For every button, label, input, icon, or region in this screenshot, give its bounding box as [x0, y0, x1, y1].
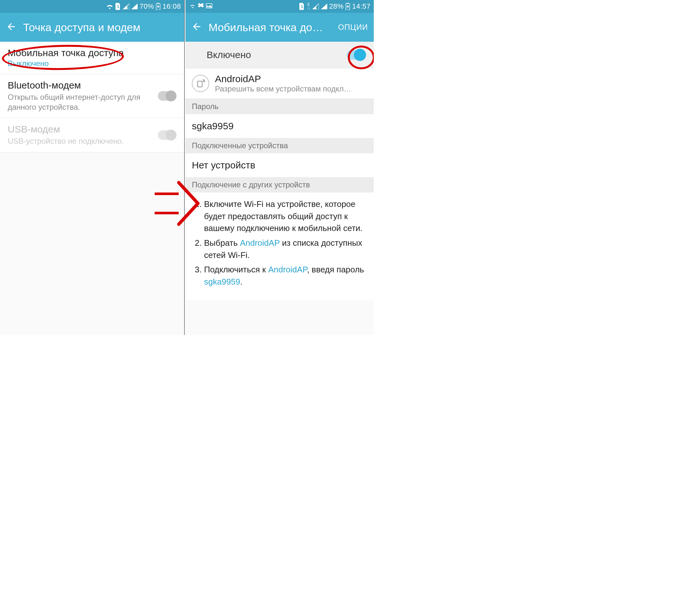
hotspot-icon	[189, 3, 196, 10]
section-connected-header: Подключенные устройства	[185, 138, 374, 153]
instruction-step: Подключиться к AndroidAP, введя пароль s…	[204, 264, 367, 288]
hotspot-master-toggle-row[interactable]: Включено	[185, 42, 374, 68]
svg-text:1: 1	[301, 4, 303, 9]
section-password-header: Пароль	[185, 99, 374, 114]
clock: 16:08	[162, 2, 181, 11]
dropbox-icon	[198, 3, 204, 10]
item-title: Мобильная точка доступа	[8, 47, 173, 58]
status-bar: 1 E↑↓ 28% 14:57	[185, 0, 374, 13]
svg-rect-7	[198, 81, 202, 87]
password-link: sgka9959	[204, 277, 240, 286]
item-status: Выключено	[8, 59, 173, 68]
connection-instructions: Включите Wi-Fi на устройстве, которое бу…	[185, 193, 374, 300]
ap-info-row[interactable]: AndroidAP Разрешить всем устройствам под…	[185, 68, 374, 99]
ssid-link: AndroidAP	[240, 238, 280, 248]
instruction-step: Включите Wi-Fi на устройстве, которое бу…	[204, 198, 367, 235]
ap-desc: Разрешить всем устройствам подключ…	[215, 84, 356, 93]
device-hotspot-icon	[192, 75, 209, 92]
image-icon	[206, 3, 212, 10]
item-bluetooth-tethering[interactable]: Bluetooth-модем Открыть общий интернет-д…	[0, 74, 184, 118]
ssid-link: AndroidAP	[268, 265, 307, 274]
battery-percent: 70%	[140, 2, 154, 11]
signal2-icon	[321, 3, 327, 9]
battery-charging-icon	[345, 3, 350, 10]
item-desc: Открыть общий интернет-доступ для данног…	[8, 92, 155, 112]
toggle-hotspot[interactable]	[347, 50, 365, 60]
password-value[interactable]: sgka9959	[185, 114, 374, 138]
section-howto-header: Подключение с других устройств	[185, 177, 374, 193]
item-title: Bluetooth-модем	[8, 80, 155, 91]
app-bar: Точка доступа и модем	[0, 13, 184, 42]
svg-text:1: 1	[117, 4, 119, 9]
back-arrow-icon[interactable]	[6, 21, 17, 33]
status-bar: 1 70% 16:08	[0, 0, 184, 13]
signal-icon	[313, 3, 319, 9]
battery-percent: 28%	[329, 2, 344, 11]
clock: 14:57	[352, 2, 371, 11]
toggle-usb	[158, 130, 176, 140]
options-button[interactable]: ОПЦИИ	[335, 23, 368, 32]
connected-devices-value: Нет устройств	[185, 153, 374, 177]
screen-tethering: 1 70% 16:08 Точка доступа и модем Мобиль…	[0, 0, 185, 335]
edge-icon: E↑↓	[307, 3, 311, 10]
app-bar: Мобильная точка дост… ОПЦИИ	[185, 13, 374, 42]
item-desc: USB-устройство не подключено.	[8, 136, 155, 146]
ap-ssid: AndroidAP	[215, 74, 356, 84]
svg-rect-6	[347, 3, 349, 3]
item-usb-tethering: USB-модем USB-устройство не подключено.	[0, 118, 184, 152]
enabled-label: Включено	[194, 49, 347, 60]
wifi-icon	[106, 3, 113, 9]
page-title: Мобильная точка дост…	[209, 21, 329, 34]
battery-charging-icon	[156, 3, 160, 10]
sim-icon: 1	[299, 3, 305, 10]
signal2-icon	[131, 3, 138, 9]
screen-mobile-hotspot: 1 E↑↓ 28% 14:57 Мобильная точка дост… ОП…	[185, 0, 374, 335]
instruction-step: Выбрать AndroidAP из списка доступных се…	[204, 237, 367, 261]
page-title: Точка доступа и модем	[23, 21, 178, 34]
signal-icon	[123, 3, 129, 9]
item-title: USB-модем	[8, 124, 155, 135]
item-mobile-hotspot[interactable]: Мобильная точка доступа Выключено	[0, 42, 184, 74]
svg-rect-2	[157, 3, 159, 3]
toggle-bluetooth[interactable]	[158, 91, 176, 101]
sim-icon: 1	[115, 3, 121, 10]
back-arrow-icon[interactable]	[191, 21, 202, 33]
